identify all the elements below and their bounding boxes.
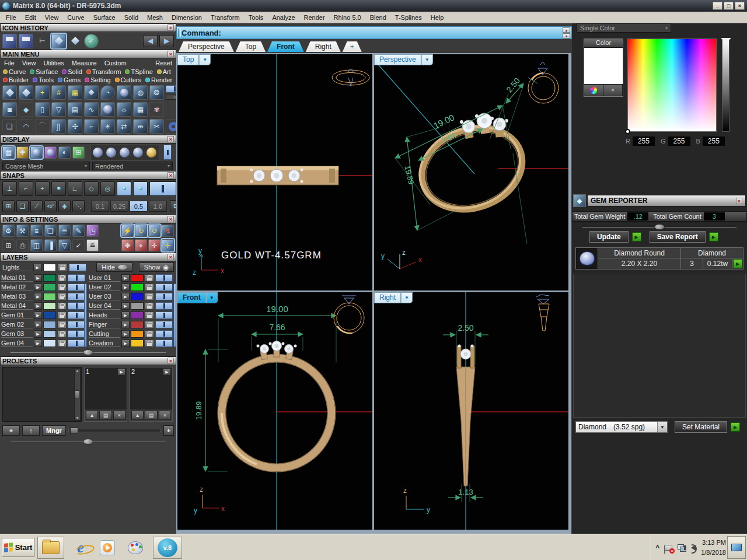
gem-cluster-icon[interactable]: ✾ — [149, 102, 164, 117]
expand-icon[interactable]: ▶ — [121, 293, 130, 300]
lock-icon[interactable] — [57, 330, 67, 338]
grid-value-0.1[interactable]: 0.1 — [91, 201, 109, 212]
curve-edit-icon[interactable]: ⌒ — [35, 119, 50, 134]
update-go-icon[interactable]: ▶ — [632, 232, 641, 242]
axis-display-icon[interactable]: ✚ — [16, 146, 29, 159]
r-value[interactable]: 255 — [633, 136, 655, 146]
planar-icon[interactable]: ⟋ — [30, 200, 43, 212]
category-surface[interactable]: Surface — [30, 68, 58, 75]
save-report-button[interactable]: Save Report — [650, 231, 706, 243]
project-up-button[interactable]: ↑ — [22, 425, 40, 436]
filter-funnel-icon[interactable]: ▽ — [58, 239, 71, 251]
project-list[interactable]: ▲▼ — [2, 367, 82, 422]
slot-load-button[interactable]: ▲ — [86, 411, 98, 420]
tab-front[interactable]: Front — [267, 41, 304, 52]
viewport-right-label[interactable]: Right▼ — [374, 292, 413, 303]
gem-ball-icon[interactable] — [100, 102, 115, 117]
shank-icon[interactable]: ▯ — [35, 102, 50, 117]
visibility-toggle[interactable] — [155, 274, 173, 282]
lock-icon[interactable] — [57, 284, 67, 291]
value-slider[interactable] — [722, 38, 729, 132]
history-forward-button[interactable]: ▶ — [159, 35, 174, 47]
visibility-toggle[interactable] — [68, 284, 85, 291]
visibility-toggle[interactable] — [68, 312, 85, 319]
slot-save-button[interactable]: ▤ — [145, 411, 157, 420]
project-slider-plus[interactable]: + — [163, 425, 174, 436]
snap-end-icon[interactable]: ⊥ — [2, 181, 17, 196]
stop-loop-icon[interactable]: ↯ — [162, 225, 174, 237]
menu-blend[interactable]: Blend — [370, 14, 386, 21]
layers-scrollbar-left[interactable] — [84, 284, 87, 347]
hue-saturation-picker[interactable] — [627, 38, 717, 132]
gumball-select-icon[interactable]: ⌖ — [135, 239, 147, 251]
snap-near-icon[interactable]: ⌐ — [19, 181, 33, 196]
explorer-button[interactable] — [37, 537, 64, 559]
category-transform[interactable]: Transform — [86, 68, 121, 75]
rotate-icon[interactable]: ⌐ — [84, 119, 99, 134]
lock-icon[interactable] — [57, 340, 67, 347]
snap-perp-icon[interactable]: ◎ — [100, 181, 115, 196]
project-add-button[interactable]: + — [2, 425, 20, 436]
snap-tan-icon[interactable] — [117, 181, 131, 196]
menu-render[interactable]: Render — [304, 14, 325, 21]
gem-circle-pattern-icon[interactable]: ☼ — [117, 102, 131, 117]
menu-view[interactable]: View — [45, 14, 59, 21]
lock-icon[interactable] — [145, 312, 154, 319]
wire-cube-icon[interactable]: ◫ — [30, 239, 43, 251]
history-cube-icon[interactable]: ◳ — [86, 225, 99, 237]
expand-icon[interactable]: ▶ — [34, 312, 42, 319]
tab-right[interactable]: Right — [306, 41, 341, 52]
category-tspline[interactable]: TSpline — [125, 68, 152, 75]
expand-icon[interactable]: ▶ — [34, 293, 42, 300]
ghosted-sphere-icon[interactable] — [44, 146, 57, 159]
mesh-quality-dropdown[interactable]: Coarse Mesh▾ — [2, 162, 90, 170]
project-slot-1[interactable]: 1▶ ▲▤× — [84, 367, 127, 422]
collapse-knob[interactable] — [83, 349, 93, 355]
gumball-on-icon[interactable]: ✛ — [162, 239, 174, 251]
flow-curve-icon[interactable]: ∿ — [84, 102, 99, 117]
category-gems[interactable]: Gems — [58, 76, 81, 83]
snap-int-icon[interactable]: ◇ — [84, 181, 99, 196]
grid-value-0.25[interactable]: 0.25 — [110, 201, 128, 212]
render-mode-1-icon[interactable] — [92, 146, 104, 159]
color-swatch[interactable] — [43, 284, 56, 291]
color-swatch[interactable] — [43, 321, 56, 328]
expand-icon[interactable]: ▶ — [121, 321, 130, 328]
close-icon[interactable]: × — [167, 51, 174, 57]
library-book-icon[interactable]: ▐ — [44, 239, 57, 251]
slot-menu-icon[interactable]: ▶ — [117, 368, 125, 376]
check-path-icon[interactable]: ✓ — [72, 239, 85, 251]
visibility-toggle[interactable] — [68, 321, 85, 328]
menu-surface[interactable]: Surface — [93, 14, 116, 21]
tray-expand-icon[interactable]: ^ — [655, 544, 659, 552]
close-icon[interactable]: × — [167, 136, 174, 142]
hide-button[interactable]: Hide — [96, 262, 132, 272]
b-value[interactable]: 255 — [703, 136, 725, 146]
gumball-drag-icon[interactable]: ✛ — [148, 239, 160, 251]
menu-edit[interactable]: Edit — [25, 14, 36, 21]
matrix-app-button[interactable]: v.8 — [153, 537, 182, 559]
lock-icon[interactable] — [145, 284, 154, 291]
copy-object-icon[interactable]: ❏ — [44, 225, 57, 237]
mm-tab-utilities[interactable]: Utilities — [43, 60, 64, 66]
minimize-button[interactable]: _ — [713, 2, 722, 10]
grid-value-1.0[interactable]: 1.0 — [149, 201, 167, 212]
color-swatch[interactable] — [131, 321, 144, 328]
category-builder[interactable]: Builder — [3, 76, 29, 83]
snap-master-toggle[interactable] — [149, 181, 176, 196]
wrench-icon[interactable]: ⚒ — [16, 225, 29, 237]
lock-icon[interactable] — [145, 293, 154, 300]
visibility-toggle[interactable] — [68, 293, 85, 300]
color-swatch[interactable] — [131, 302, 144, 310]
visibility-toggle[interactable] — [155, 321, 173, 328]
category-solid[interactable]: Solid — [62, 68, 82, 75]
ortho-icon[interactable]: ❑ — [16, 200, 29, 212]
lock-icon[interactable] — [57, 293, 67, 300]
close-icon[interactable]: × — [167, 254, 174, 260]
close-icon[interactable]: × — [167, 216, 174, 222]
viewport-layout-icon[interactable]: ⊞ — [2, 239, 15, 251]
slot-delete-button[interactable]: × — [159, 411, 171, 420]
cut-view-icon[interactable]: ✂ — [149, 119, 164, 134]
layer-lights-label[interactable]: Lights — [2, 264, 32, 271]
layer-stack-icon[interactable]: ≡ — [30, 225, 43, 237]
